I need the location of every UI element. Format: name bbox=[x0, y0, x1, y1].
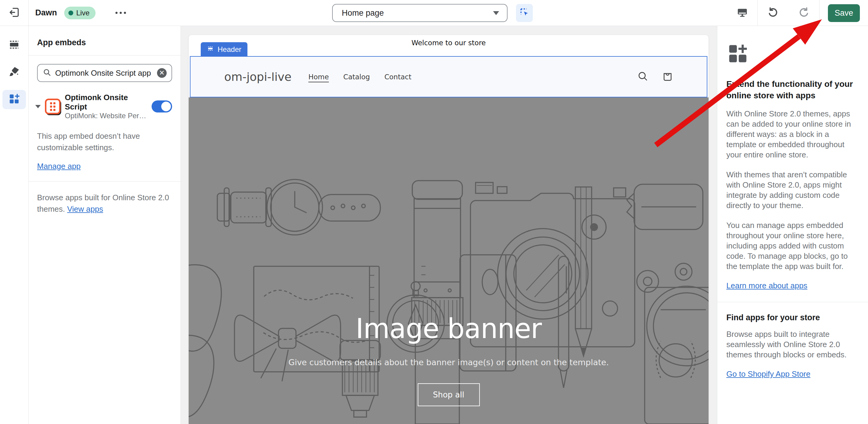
theme-info: Dawn Live bbox=[29, 7, 129, 19]
banner-copy: Image banner Give customers details abou… bbox=[189, 97, 709, 424]
undo-button[interactable] bbox=[758, 0, 788, 26]
store-header-section[interactable]: om-jopi-live Home Catalog Contact bbox=[190, 56, 707, 97]
nav-link-home[interactable]: Home bbox=[308, 73, 329, 81]
no-settings-text: This app embed doesn’t have customizable… bbox=[29, 122, 181, 153]
paint-brush-icon bbox=[8, 65, 21, 79]
topbar-actions: Save bbox=[727, 0, 868, 26]
find-apps-text: Browse apps built to integrate seamlessl… bbox=[726, 329, 859, 360]
header-badge-label: Header bbox=[218, 45, 241, 54]
find-apps-heading: Find apps for your store bbox=[726, 313, 859, 322]
chevron-down-icon bbox=[493, 11, 499, 15]
page-selector-dropdown[interactable]: Home page bbox=[332, 4, 507, 22]
save-button[interactable]: Save bbox=[828, 4, 860, 22]
search-row: ✕ bbox=[29, 56, 181, 90]
storefront-search-icon[interactable] bbox=[637, 70, 649, 84]
panel-title: App embeds bbox=[29, 26, 181, 55]
header-section-badge[interactable]: Header bbox=[201, 42, 247, 56]
search-box: ✕ bbox=[37, 64, 172, 82]
apps-panel-paragraph: With Online Store 2.0 themes, apps can b… bbox=[726, 109, 859, 160]
announcement-bar: Welcome to our store bbox=[189, 35, 709, 51]
image-banner-section: Image banner Give customers details abou… bbox=[189, 97, 709, 424]
toggle-knob bbox=[161, 102, 171, 111]
live-dot-icon bbox=[68, 10, 73, 16]
sections-icon bbox=[8, 38, 21, 52]
store-logo[interactable]: om-jopi-live bbox=[224, 70, 291, 84]
more-dots-icon bbox=[116, 12, 118, 14]
rail-sections-button[interactable] bbox=[2, 36, 26, 55]
browse-apps-text: Browse apps built for Online Store 2.0 t… bbox=[29, 182, 181, 225]
nav-link-catalog[interactable]: Catalog bbox=[343, 73, 370, 81]
app-embed-texts: Optimonk Onsite Script OptiMonk: Website… bbox=[65, 93, 147, 120]
store-header-icons bbox=[637, 70, 674, 84]
cart-icon[interactable] bbox=[661, 70, 674, 84]
device-preview-button[interactable] bbox=[727, 0, 757, 26]
redo-icon bbox=[798, 6, 810, 20]
app-embed-name: Optimonk Onsite Script bbox=[65, 93, 147, 112]
rail-app-embeds-button[interactable] bbox=[2, 90, 26, 109]
apps-info-panel: Extend the functionality of your online … bbox=[717, 26, 868, 424]
shop-all-button[interactable]: Shop all bbox=[418, 383, 480, 406]
banner-title: Image banner bbox=[355, 313, 541, 344]
undo-icon bbox=[767, 6, 779, 20]
inspect-element-icon bbox=[519, 7, 530, 19]
editor-rail bbox=[0, 26, 29, 424]
live-badge-label: Live bbox=[76, 9, 90, 17]
nav-link-contact[interactable]: Contact bbox=[384, 73, 411, 81]
divider bbox=[819, 0, 819, 26]
app-embed-developer: OptiMonk: Website Personali... bbox=[65, 112, 147, 120]
apps-panel-paragraph: With themes that aren’t compatible with … bbox=[726, 170, 859, 211]
rail-theme-settings-button[interactable] bbox=[2, 63, 26, 82]
page-selector-value: Home page bbox=[342, 8, 384, 18]
app-embed-toggle[interactable] bbox=[152, 100, 172, 113]
inspect-element-button[interactable] bbox=[516, 4, 533, 22]
shopify-app-store-link[interactable]: Go to Shopify App Store bbox=[726, 369, 810, 379]
desktop-preview-icon bbox=[736, 6, 748, 20]
apps-large-icon bbox=[726, 42, 859, 66]
app-embeds-icon bbox=[7, 92, 21, 107]
search-icon bbox=[42, 68, 52, 78]
redo-button[interactable] bbox=[788, 0, 819, 26]
app-embed-search-input[interactable] bbox=[55, 68, 153, 78]
divider bbox=[717, 302, 868, 302]
topbar-center: Home page bbox=[332, 4, 533, 22]
theme-options-menu-button[interactable] bbox=[113, 9, 129, 17]
app-embed-row: Optimonk Onsite Script OptiMonk: Website… bbox=[29, 90, 181, 122]
clear-search-icon[interactable]: ✕ bbox=[157, 68, 167, 78]
live-status-badge: Live bbox=[64, 7, 96, 19]
workspace: App embeds ✕ Optimonk Onsite Script Opti… bbox=[0, 26, 868, 424]
view-apps-link[interactable]: View apps bbox=[67, 205, 103, 213]
exit-editor-button[interactable] bbox=[0, 0, 29, 26]
section-icon bbox=[207, 45, 214, 54]
collapse-caret-icon[interactable] bbox=[35, 105, 41, 108]
app-embeds-panel: App embeds ✕ Optimonk Onsite Script Opti… bbox=[29, 26, 181, 424]
topbar: Dawn Live Home page bbox=[0, 0, 868, 26]
optimonk-app-icon bbox=[45, 99, 61, 114]
preview-zone: Welcome to our store Header om-jopi-live… bbox=[181, 26, 717, 424]
apps-panel-heading: Extend the functionality of your online … bbox=[726, 79, 859, 101]
exit-icon bbox=[8, 6, 20, 20]
store-preview-canvas: Welcome to our store Header om-jopi-live… bbox=[189, 35, 709, 424]
manage-app-link[interactable]: Manage app bbox=[37, 162, 81, 171]
store-nav: Home Catalog Contact bbox=[308, 73, 411, 81]
theme-name: Dawn bbox=[35, 8, 57, 18]
banner-subtitle: Give customers details about the banner … bbox=[288, 358, 609, 367]
apps-panel-paragraph: You can manage apps embedded throughout … bbox=[726, 220, 859, 271]
learn-more-apps-link[interactable]: Learn more about apps bbox=[726, 281, 807, 291]
